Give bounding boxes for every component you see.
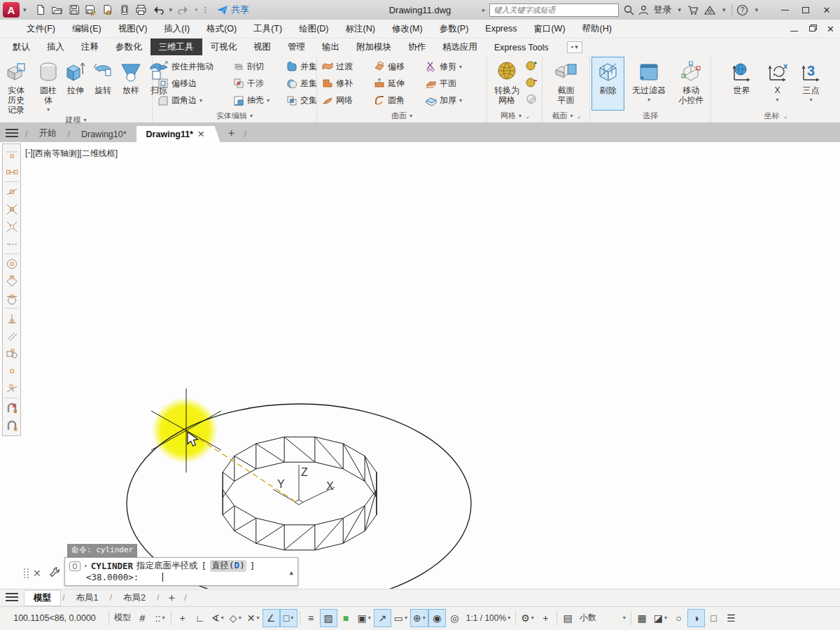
user-icon[interactable]: [638, 5, 649, 15]
transparency-button[interactable]: ▨: [320, 609, 337, 627]
convert-to-mesh-button[interactable]: 转换为 网格: [489, 57, 524, 110]
doc-minimize-button[interactable]: [790, 24, 798, 34]
menu-file[interactable]: 文件(F): [18, 20, 64, 38]
open-from-web-icon[interactable]: [100, 2, 115, 18]
minimize-button[interactable]: [774, 1, 795, 18]
section-plane-button[interactable]: 截面 平面: [548, 57, 584, 110]
layout-tab-layout2[interactable]: 布局2: [113, 590, 155, 606]
offset-edge-button[interactable]: 偏移边: [158, 75, 226, 92]
search-icon[interactable]: [623, 4, 634, 15]
annotation-autoscale-button[interactable]: ◎: [446, 609, 463, 627]
loft-button[interactable]: 放样: [117, 57, 145, 115]
tab-output[interactable]: 输出: [314, 38, 348, 55]
snap-none-icon[interactable]: [4, 399, 20, 416]
file-tab-drawing11[interactable]: Drawing11*✕: [136, 126, 220, 142]
revolve-button[interactable]: 旋转: [89, 57, 117, 115]
panel-caption-mesh[interactable]: 网格▾⌟: [487, 110, 542, 122]
undo-caret-icon[interactable]: ▾: [169, 6, 173, 13]
workspace-switching-button[interactable]: ⚙▾: [518, 609, 537, 627]
ucs-world-button[interactable]: 世界: [725, 57, 759, 110]
open-icon[interactable]: [50, 2, 65, 18]
apps-caret-icon[interactable]: ▾: [722, 6, 726, 13]
isolate-objects-button[interactable]: ○: [670, 609, 687, 627]
snap-mode-button[interactable]: ::▾: [151, 609, 169, 627]
snap-overrides-button[interactable]: ✕▾: [244, 609, 262, 627]
smooth-less-icon[interactable]: [526, 77, 538, 90]
save-icon[interactable]: [66, 2, 82, 18]
extrude-button[interactable]: 拉伸: [62, 57, 89, 115]
lock-ui-button[interactable]: ◪▾: [651, 609, 670, 627]
menu-insert[interactable]: 插入(I): [155, 20, 198, 38]
status-menu-button[interactable]: ☰: [722, 609, 740, 627]
clean-screen-button[interactable]: □: [705, 609, 722, 627]
ucs-x-button[interactable]: x X ▾: [764, 57, 791, 110]
menu-express[interactable]: Express: [477, 20, 525, 38]
command-close-icon[interactable]: ✕: [33, 568, 41, 579]
doc-restore-button[interactable]: [809, 24, 816, 34]
file-tab-drawing10[interactable]: Drawing10*: [71, 127, 136, 142]
menu-view[interactable]: 视图(V): [110, 20, 156, 38]
tab-insert[interactable]: 插入: [38, 38, 73, 55]
redo-caret-icon[interactable]: ▾: [195, 6, 198, 13]
tab-collaborate[interactable]: 协作: [400, 38, 434, 55]
mesh-dialog-launcher-icon[interactable]: ⌟: [526, 112, 528, 119]
snap-midpoint-icon[interactable]: [4, 183, 20, 200]
layout-tab-menu-icon[interactable]: [0, 593, 24, 603]
close-button[interactable]: ✕: [816, 1, 837, 18]
3d-object-snap-button[interactable]: ▣▾: [355, 609, 374, 627]
isometric-drafting-button[interactable]: ◇▾: [227, 609, 244, 627]
drawing-area[interactable]: Z Y X [-] [西南等轴测] [二维线框]: [0, 142, 840, 589]
no-filter-button[interactable]: 无过滤器 ▾: [628, 57, 669, 110]
menu-parametric[interactable]: 参数(P): [431, 20, 477, 38]
tab-express-tools[interactable]: Express Tools: [486, 38, 557, 55]
annotation-scale-button[interactable]: 1:1 / 100%▾: [463, 609, 513, 627]
quick-properties-button[interactable]: ▦: [634, 609, 651, 627]
surface-thicken-button[interactable]: 加厚▾: [426, 92, 480, 109]
file-tab-menu-icon[interactable]: [0, 123, 24, 142]
surface-fillet-button[interactable]: 圆角: [374, 92, 419, 109]
selection-cycling-button[interactable]: ■: [337, 609, 355, 627]
tab-view[interactable]: 视图: [245, 38, 279, 55]
command-window[interactable]: ▾ CYLINDER 指定底面半径或 [直径(D)] <38.0000>: ▲: [64, 557, 298, 586]
view-control[interactable]: [西南等轴测]: [33, 148, 80, 160]
temporary-track-point-icon[interactable]: [4, 146, 20, 163]
units-button[interactable]: 小数▾: [577, 609, 629, 627]
snap-apparent-intersection-icon[interactable]: [4, 218, 20, 235]
viewport-menu-control[interactable]: [-]: [25, 148, 33, 160]
surface-extend-button[interactable]: 延伸: [374, 75, 419, 92]
snap-nearest-icon[interactable]: [4, 379, 20, 397]
menu-format[interactable]: 格式(O): [198, 20, 245, 38]
mesh-refine-icon[interactable]: [526, 94, 538, 107]
tab-parametric[interactable]: 参数化: [107, 38, 150, 55]
interfere-button[interactable]: 干涉: [233, 75, 279, 92]
menu-window[interactable]: 窗口(W): [525, 20, 573, 38]
snap-perpendicular-icon[interactable]: [4, 309, 20, 327]
panel-caption-selection[interactable]: 选择: [590, 110, 710, 122]
annotation-monitor-button[interactable]: ▤: [559, 609, 577, 627]
undo-icon[interactable]: [150, 2, 166, 18]
new-layout-button[interactable]: ＋: [160, 589, 183, 607]
app-menu-caret-icon[interactable]: ▾: [23, 6, 27, 13]
menu-dimension[interactable]: 标注(N): [337, 20, 384, 38]
snap-quadrant-icon[interactable]: [4, 272, 20, 290]
tab-visualize[interactable]: 可视化: [202, 38, 246, 55]
menu-draw[interactable]: 绘图(D): [290, 20, 337, 38]
command-option-diameter[interactable]: 直径(D): [210, 560, 246, 572]
login-label[interactable]: 登录: [653, 4, 671, 16]
qat-customize-icon[interactable]: ᎒: [204, 6, 208, 14]
model-space-button[interactable]: 模型: [111, 609, 134, 627]
lineweight-button[interactable]: ≡: [302, 609, 320, 627]
surface-planar-button[interactable]: 平面: [426, 75, 480, 92]
section-dialog-launcher-icon[interactable]: ⌟: [577, 112, 580, 119]
panel-caption-coordinates[interactable]: 坐标⌟: [711, 110, 839, 122]
login-caret-icon[interactable]: ▾: [678, 6, 681, 13]
tab-3d-tools[interactable]: 三维工具: [150, 38, 202, 55]
panel-caption-surface[interactable]: 曲面▾: [317, 110, 486, 122]
visual-style-control[interactable]: [二维线框]: [79, 148, 118, 160]
dynamic-ucs-button[interactable]: ▭▾: [391, 609, 410, 627]
fillet-edge-button[interactable]: 圆角边▾: [158, 92, 226, 109]
tab-annotate[interactable]: 注释: [73, 38, 107, 55]
snap-tangent-icon[interactable]: [4, 290, 20, 307]
move-gizmo-button[interactable]: 移动 小控件: [674, 57, 708, 110]
dynamic-input-button[interactable]: +: [174, 609, 191, 627]
